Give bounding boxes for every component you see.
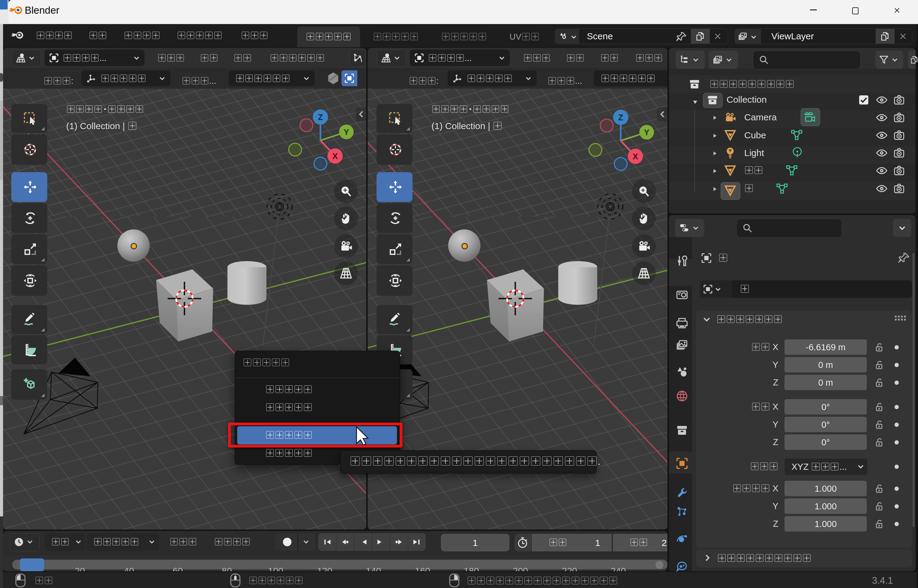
svg-text:Y: Y [343,128,349,137]
svg-text:X: X [332,152,338,161]
svg-text:Z: Z [318,113,323,122]
